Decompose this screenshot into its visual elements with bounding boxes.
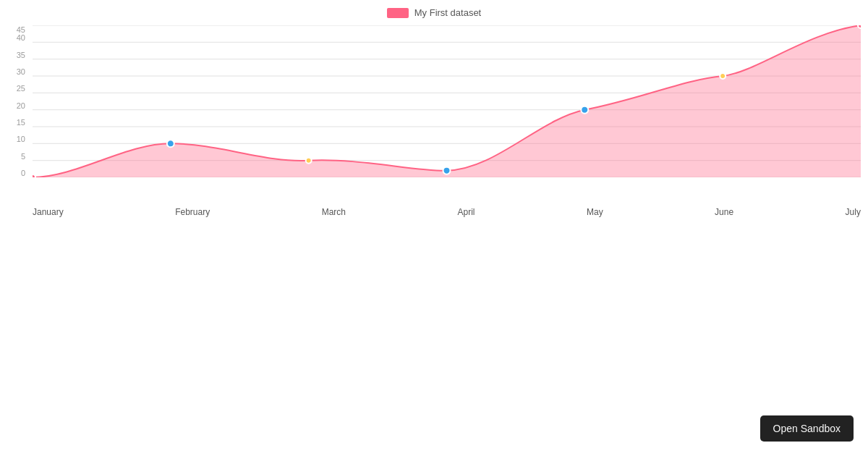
datapoint-february	[167, 140, 174, 147]
datapoint-march	[306, 158, 312, 164]
datapoint-may	[581, 106, 588, 114]
x-label-april: April	[457, 207, 475, 217]
y-label-45: 45	[17, 25, 25, 34]
y-label-20: 20	[17, 101, 25, 110]
open-sandbox-button[interactable]: Open Sandbox	[760, 415, 854, 442]
y-label-25: 25	[17, 84, 25, 93]
datapoint-april	[443, 167, 451, 174]
y-label-40: 40	[17, 33, 25, 42]
legend-color-swatch	[387, 8, 409, 18]
chart-container: My First dataset 45 40 35 30 25 20 15 10…	[0, 7, 868, 195]
chart-svg	[33, 25, 861, 177]
x-label-may: May	[587, 207, 603, 217]
y-axis: 45 40 35 30 25 20 15 10 5 0	[0, 25, 29, 177]
y-label-35: 35	[17, 51, 25, 59]
x-label-march: March	[322, 207, 346, 217]
x-label-june: June	[715, 207, 733, 217]
datapoint-july	[858, 25, 861, 28]
x-label-february: February	[175, 207, 210, 217]
y-label-10: 10	[17, 135, 25, 143]
y-label-30: 30	[17, 67, 25, 76]
y-label-0: 0	[21, 169, 25, 177]
datapoint-january	[33, 174, 35, 177]
x-label-january: January	[33, 207, 64, 217]
datapoint-june	[720, 73, 726, 79]
chart-fill-path	[33, 25, 861, 177]
legend-label: My First dataset	[414, 7, 481, 18]
x-axis-labels: January February March April May June Ju…	[33, 207, 861, 217]
x-label-july: July	[846, 207, 861, 217]
chart-legend: My First dataset	[0, 7, 868, 18]
y-label-5: 5	[21, 152, 25, 161]
y-label-15: 15	[17, 118, 25, 127]
